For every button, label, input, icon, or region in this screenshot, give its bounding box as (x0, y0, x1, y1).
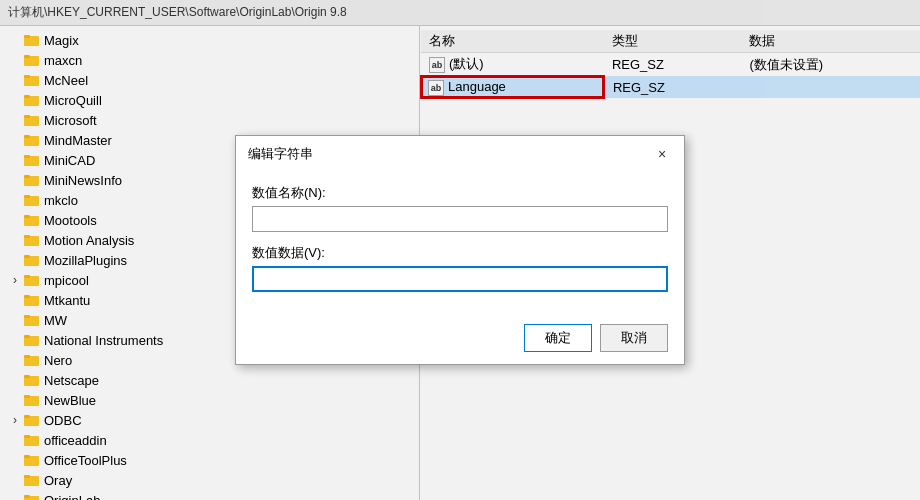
folder-icon (24, 72, 40, 88)
svg-rect-23 (24, 175, 30, 178)
svg-rect-59 (24, 415, 30, 418)
tree-item-label: OriginLab (44, 493, 100, 501)
reg-name-cell: ab(默认) (421, 53, 604, 77)
dialog-titlebar: 编辑字符串 × (236, 136, 684, 172)
svg-rect-41 (24, 295, 30, 298)
tree-item[interactable]: Magix (0, 30, 419, 50)
tree-item-label: MiniCAD (44, 153, 95, 168)
data-field-label: 数值数据(V): (252, 244, 668, 262)
reg-data-cell (741, 76, 920, 98)
address-path: 计算机\HKEY_CURRENT_USER\Software\OriginLab… (8, 4, 347, 21)
tree-item-label: ODBC (44, 413, 82, 428)
tree-item-label: Mtkantu (44, 293, 90, 308)
col-header-name: 名称 (421, 30, 604, 53)
folder-icon (24, 32, 40, 48)
value-type-icon: ab (429, 57, 445, 73)
svg-rect-50 (24, 355, 30, 358)
folder-icon (24, 192, 40, 208)
folder-icon (24, 432, 40, 448)
address-bar: 计算机\HKEY_CURRENT_USER\Software\OriginLab… (0, 0, 920, 26)
tree-item-label: OfficeToolPlus (44, 453, 127, 468)
folder-icon (24, 392, 40, 408)
dialog-title: 编辑字符串 (248, 145, 313, 163)
folder-icon (24, 272, 40, 288)
folder-icon (24, 232, 40, 248)
folder-icon (24, 332, 40, 348)
tree-item[interactable]: officeaddin (0, 430, 419, 450)
tree-item[interactable]: Microsoft (0, 110, 419, 130)
folder-icon (24, 252, 40, 268)
svg-rect-47 (24, 335, 30, 338)
tree-item-label: NewBlue (44, 393, 96, 408)
tree-item-label: officeaddin (44, 433, 107, 448)
svg-rect-2 (24, 35, 30, 38)
svg-rect-35 (24, 255, 30, 258)
tree-item[interactable]: MicroQuill (0, 90, 419, 110)
tree-item-label: MicroQuill (44, 93, 102, 108)
svg-rect-17 (24, 135, 30, 138)
tree-item-label: National Instruments (44, 333, 163, 348)
tree-item-label: mpicool (44, 273, 89, 288)
reg-type-cell: REG_SZ (604, 76, 741, 98)
tree-item[interactable]: McNeel (0, 70, 419, 90)
svg-rect-11 (24, 95, 30, 98)
folder-icon (24, 292, 40, 308)
name-input[interactable] (252, 206, 668, 232)
svg-rect-68 (24, 475, 30, 478)
col-header-data: 数据 (741, 30, 920, 53)
svg-rect-8 (24, 75, 30, 78)
tree-item-label: Oray (44, 473, 72, 488)
dialog-body: 数值名称(N): 数值数据(V): (236, 172, 684, 316)
tree-item-label: Motion Analysis (44, 233, 134, 248)
folder-icon (24, 352, 40, 368)
folder-icon (24, 412, 40, 428)
data-input[interactable] (252, 266, 668, 292)
tree-item[interactable]: OfficeToolPlus (0, 450, 419, 470)
svg-rect-29 (24, 215, 30, 218)
folder-icon (24, 472, 40, 488)
folder-icon (24, 452, 40, 468)
registry-row[interactable]: ab(默认)REG_SZ(数值未设置) (421, 53, 920, 77)
tree-item-label: Mootools (44, 213, 97, 228)
tree-item-label: McNeel (44, 73, 88, 88)
svg-rect-71 (24, 495, 30, 498)
svg-rect-53 (24, 375, 30, 378)
folder-icon (24, 212, 40, 228)
svg-rect-56 (24, 395, 30, 398)
registry-row[interactable]: abLanguageREG_SZ (421, 76, 920, 98)
tree-item-label: Nero (44, 353, 72, 368)
expand-arrow (8, 413, 22, 427)
folder-icon (24, 172, 40, 188)
tree-item[interactable]: Netscape (0, 370, 419, 390)
reg-type-cell: REG_SZ (604, 53, 741, 77)
svg-rect-5 (24, 55, 30, 58)
tree-item-label: Microsoft (44, 113, 97, 128)
dialog-close-button[interactable]: × (652, 144, 672, 164)
tree-item[interactable]: ODBC (0, 410, 419, 430)
confirm-button[interactable]: 确定 (524, 324, 592, 352)
folder-icon (24, 52, 40, 68)
tree-item-label: mkclo (44, 193, 78, 208)
value-type-icon: ab (428, 80, 444, 96)
tree-item-label: MozillaPlugins (44, 253, 127, 268)
dialog-buttons: 确定 取消 (236, 316, 684, 364)
svg-rect-32 (24, 235, 30, 238)
reg-data-cell: (数值未设置) (741, 53, 920, 77)
tree-item[interactable]: maxcn (0, 50, 419, 70)
cancel-button[interactable]: 取消 (600, 324, 668, 352)
col-header-type: 类型 (604, 30, 741, 53)
svg-rect-38 (24, 275, 30, 278)
svg-rect-44 (24, 315, 30, 318)
tree-item[interactable]: NewBlue (0, 390, 419, 410)
svg-rect-20 (24, 155, 30, 158)
name-field-label: 数值名称(N): (252, 184, 668, 202)
folder-icon (24, 132, 40, 148)
reg-name-cell: abLanguage (421, 76, 604, 98)
folder-icon (24, 372, 40, 388)
tree-item-label: MiniNewsInfo (44, 173, 122, 188)
tree-item[interactable]: OriginLab (0, 490, 419, 500)
edit-string-dialog[interactable]: 编辑字符串 × 数值名称(N): 数值数据(V): 确定 取消 (235, 135, 685, 365)
tree-item[interactable]: Oray (0, 470, 419, 490)
tree-item-label: maxcn (44, 53, 82, 68)
folder-icon (24, 92, 40, 108)
